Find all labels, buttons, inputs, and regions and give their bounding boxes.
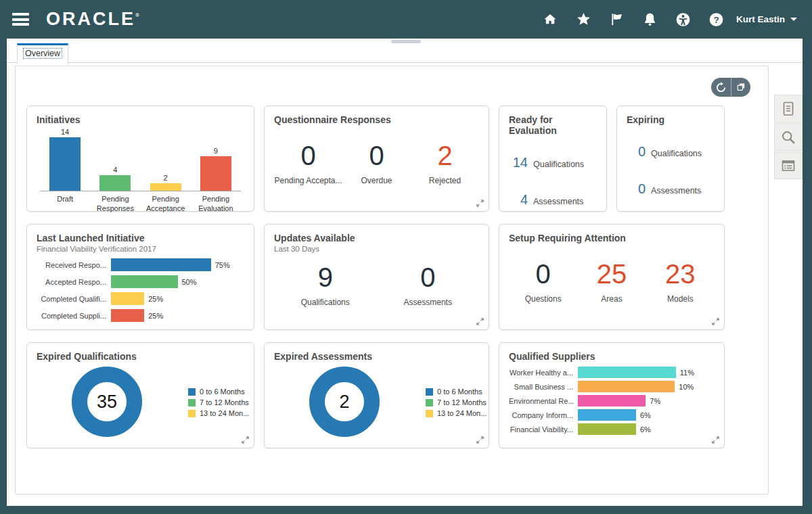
stat[interactable]: 0Overdue — [342, 140, 411, 185]
chevron-down-icon — [790, 18, 797, 21]
brand-text: ORACLE — [46, 9, 135, 30]
watchlist-flag-icon[interactable] — [609, 11, 625, 27]
topbar: ORACLE ® ? Kurt Eastin — [0, 0, 812, 39]
bar-column: 2 — [141, 174, 191, 191]
last-launched-bar-chart: Received Respo...75%Accepted Respo...50%… — [37, 258, 244, 322]
card-subtitle: Financial Viability Verification 2017 — [37, 245, 244, 253]
legend-label: 0 to 6 Months — [437, 388, 482, 396]
bar-track: 25% — [111, 292, 244, 305]
stat[interactable]: 2Rejected — [411, 140, 479, 185]
card-title: Expired Qualifications — [37, 351, 244, 362]
registered-mark: ® — [135, 12, 139, 18]
refresh-button[interactable] — [711, 78, 731, 97]
stat-row[interactable]: 14Qualifications — [509, 155, 597, 170]
stat-label: Rejected — [411, 176, 479, 185]
legend-label: 7 to 12 Months — [200, 398, 249, 406]
card-initiatives: Initiatives 14429DraftPending ResponsesP… — [26, 106, 254, 212]
legend-item: 7 to 12 Months — [188, 398, 249, 406]
chart-legend: 0 to 6 Months7 to 12 Months13 to 24 Mon.… — [188, 388, 249, 420]
bar-category: Environmental Re... — [509, 397, 578, 405]
bar — [111, 309, 144, 322]
stat-value: 4 — [509, 192, 528, 208]
bar-column: 14 — [40, 128, 90, 191]
card-expired-qualifications: Expired Qualifications 35 0 to 6 Months7… — [26, 342, 254, 448]
bar — [200, 156, 231, 191]
favorites-star-icon[interactable] — [576, 11, 591, 27]
bar-column: 9 — [191, 147, 241, 191]
bar-track: 7% — [578, 395, 694, 406]
qualified-suppliers-bar-chart: Worker Healthy a...11%Small Business ...… — [509, 367, 715, 435]
side-dock — [774, 95, 803, 180]
stat-value: 0 — [274, 140, 342, 171]
card-title: Initiatives — [37, 114, 244, 125]
expand-icon[interactable] — [476, 317, 484, 326]
bar-value-label: 6% — [640, 425, 651, 434]
card-title: Setup Requiring Attention — [509, 233, 715, 243]
legend-item: 13 to 24 Mon... — [426, 409, 487, 417]
list-panel-icon[interactable] — [774, 151, 803, 179]
tab-bar: Overview — [7, 39, 803, 63]
bar — [578, 409, 636, 421]
stat-row[interactable]: 0Qualifications — [627, 144, 715, 160]
bar-category: Small Business ... — [509, 383, 578, 391]
card-last-launched-initiative: Last Launched Initiative Financial Viabi… — [26, 224, 254, 330]
notifications-bell-icon[interactable] — [642, 11, 658, 27]
user-name: Kurt Eastin — [736, 14, 785, 24]
personalize-pages-icon[interactable] — [731, 78, 751, 97]
tab-overview[interactable]: Overview — [17, 43, 68, 64]
bar-track: 75% — [111, 258, 244, 271]
stat[interactable]: 0Assessments — [377, 262, 480, 307]
bar-row: Financial Viability...6% — [509, 423, 715, 435]
bar-value-label: 25% — [148, 312, 163, 320]
card-expired-assessments: Expired Assessments 2 0 to 6 Months7 to … — [264, 342, 489, 448]
bar-value-label: 50% — [182, 278, 197, 286]
stat-value: 9 — [274, 262, 377, 293]
stat[interactable]: 23Models — [646, 258, 715, 304]
stat-value: 0 — [509, 258, 577, 289]
document-panel-icon[interactable] — [774, 95, 803, 122]
legend-swatch — [426, 388, 433, 396]
initiatives-bar-chart: 14429DraftPending ResponsesPending Accep… — [37, 126, 244, 214]
stats-group: 9Qualifications0Assessments — [274, 262, 479, 307]
stat-value: 14 — [509, 155, 528, 170]
expand-icon[interactable] — [711, 436, 720, 444]
expand-icon[interactable] — [711, 317, 720, 326]
bar-row: Received Respo...75% — [37, 258, 244, 271]
card-expiring: Expiring 0Qualifications0Assessments — [616, 106, 725, 212]
stat-label: Pending Accepta... — [274, 176, 342, 185]
bar — [49, 137, 81, 191]
card-title: Ready for Evaluation — [509, 114, 597, 136]
stat-label: Assessments — [533, 197, 583, 206]
stat[interactable]: 9Qualifications — [274, 262, 377, 307]
bar-value-label: 11% — [680, 369, 694, 377]
user-menu[interactable]: Kurt Eastin — [736, 14, 797, 24]
accessibility-icon[interactable] — [675, 11, 691, 27]
card-title: Expired Assessments — [274, 351, 479, 362]
stat-label: Areas — [577, 294, 646, 304]
bar-category: Draft — [40, 194, 90, 214]
bar-category: Accepted Respo... — [37, 278, 111, 286]
stat-row[interactable]: 0Assessments — [627, 181, 715, 197]
bar-category: Received Respo... — [37, 261, 111, 269]
stat-label: Assessments — [651, 186, 701, 195]
menu-icon[interactable] — [12, 13, 29, 26]
stat[interactable]: 0Pending Accepta... — [274, 140, 342, 185]
stat-row[interactable]: 4Assessments — [509, 192, 597, 208]
expand-icon[interactable] — [241, 436, 250, 444]
bar-category: Financial Viability... — [509, 425, 578, 434]
bar — [578, 381, 675, 392]
stat[interactable]: 25Areas — [577, 258, 646, 304]
bar-row: Small Business ...10% — [509, 381, 715, 392]
stat-label: Models — [646, 294, 715, 304]
home-icon[interactable] — [543, 11, 558, 27]
bar-column: 4 — [90, 166, 140, 191]
help-icon[interactable]: ? — [708, 11, 724, 27]
bar — [578, 367, 676, 378]
card-setup-requiring-attention: Setup Requiring Attention 0Questions25Ar… — [499, 224, 725, 330]
search-icon[interactable] — [774, 123, 803, 151]
bar-category: Completed Suppli... — [37, 312, 111, 320]
stat-label: Questions — [509, 294, 577, 304]
stat[interactable]: 0Questions — [509, 258, 577, 304]
expand-icon[interactable] — [476, 199, 484, 208]
expand-icon[interactable] — [476, 436, 484, 444]
